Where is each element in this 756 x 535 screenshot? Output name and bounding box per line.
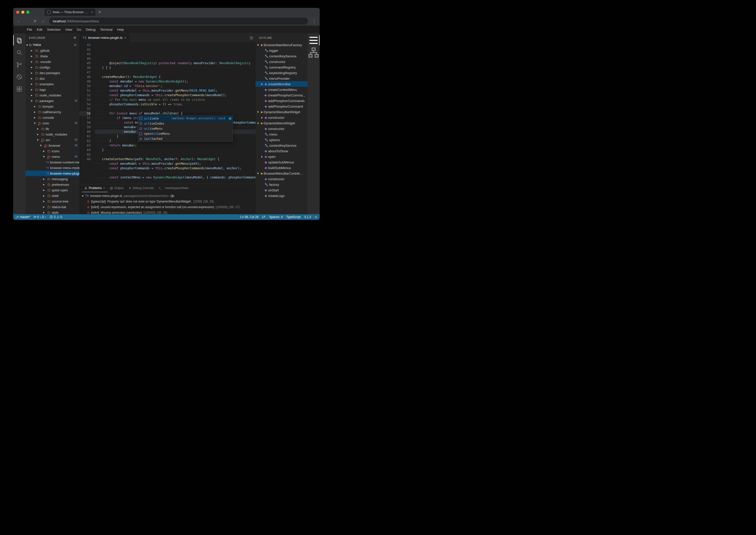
- workspace-root[interactable]: ▾ 🗀 THEIA M: [25, 42, 79, 48]
- status-version[interactable]: 3.1.3: [304, 215, 311, 219]
- suggestion-item[interactable]: openActiveMenu: [138, 131, 233, 136]
- collapse-icon[interactable]: ⧉: [74, 36, 76, 39]
- folder-item[interactable]: ▸🗀style: [25, 210, 79, 214]
- code-line[interactable]: ········const contextMenu = new DynamicM…: [94, 175, 256, 180]
- menu-terminal[interactable]: Terminal: [98, 28, 115, 32]
- folder-item[interactable]: ▾🗀srcM: [25, 137, 79, 143]
- folder-item[interactable]: ▾🗀menuM: [25, 154, 79, 159]
- folder-item[interactable]: ▸🗀logo: [25, 87, 79, 92]
- code-line[interactable]: ········const phosphorCommands = this.cr…: [94, 93, 256, 98]
- code-line[interactable]: ········for (const menu of menuModel.chi…: [94, 111, 256, 116]
- folder-item[interactable]: ▸🗀icons: [25, 148, 79, 154]
- status-branch[interactable]: ⎇ master*: [15, 215, 30, 219]
- folder-item[interactable]: ▸🗀callhierarchy: [25, 109, 79, 115]
- code-line[interactable]: ····}: [94, 148, 256, 152]
- code-line[interactable]: [94, 107, 256, 111]
- folder-item[interactable]: ▸🗀dev-packages: [25, 70, 79, 76]
- code-line[interactable]: ········const menuModel = this.menuProvi…: [94, 161, 256, 166]
- panel-tab-debug-console[interactable]: ⋔Debug Console: [126, 184, 156, 192]
- split-editor-icon[interactable]: ◫: [250, 36, 253, 40]
- browser-tab[interactable]: theia — Theia Browser Example ×: [45, 9, 95, 16]
- new-tab-button[interactable]: +: [98, 10, 101, 15]
- outline-item[interactable]: ◉ createLogo: [256, 193, 308, 198]
- outline-item[interactable]: ◉ addPhosphorCommand: [256, 103, 308, 109]
- minimize-window-button[interactable]: [21, 11, 24, 14]
- outline-item[interactable]: 🔧 logger: [256, 48, 308, 53]
- code-line[interactable]: ····createMenuBar(): MenuBarWidget {: [94, 74, 256, 79]
- folder-item[interactable]: ▸🗀configs: [25, 65, 79, 70]
- folder-item[interactable]: ▾🗀packagesM: [25, 98, 79, 103]
- browser-menu-button[interactable]: ⋮: [310, 19, 318, 24]
- folder-item[interactable]: ▸🗀.vscode: [25, 59, 79, 65]
- outline-item[interactable]: 🔧 commandRegistry: [256, 65, 308, 70]
- folder-item[interactable]: ▸🗀messaging: [25, 176, 79, 182]
- folder-item[interactable]: ▸🗀shell: [25, 193, 79, 198]
- outline-item[interactable]: ▸◉ constructor: [256, 115, 308, 120]
- panel-tab-output[interactable]: ▤Output: [108, 184, 126, 192]
- code-line[interactable]: ········const menuModel = this.menuProvi…: [94, 88, 256, 93]
- url-input[interactable]: localhost:3000/workspace/theia: [49, 17, 308, 25]
- nav-reload-button[interactable]: ⟳: [32, 17, 39, 25]
- outline-item[interactable]: 🔧 menu: [256, 131, 308, 137]
- menu-go[interactable]: Go: [75, 28, 83, 32]
- code-line[interactable]: ········const phosphorCommands = this.cr…: [94, 166, 256, 171]
- folder-item[interactable]: ▸🗀source-tree: [25, 198, 79, 204]
- git-icon[interactable]: [13, 60, 25, 70]
- outline-item[interactable]: ▾◆ DynamicMenuWidget: [256, 120, 308, 126]
- suggestion-item[interactable]: activeIndex: [138, 121, 233, 126]
- suggestion-item[interactable]: activeMenu: [138, 126, 233, 131]
- code-line[interactable]: [94, 171, 256, 175]
- explorer-icon[interactable]: [13, 35, 25, 45]
- nav-back-button[interactable]: ←: [15, 17, 22, 25]
- folder-item[interactable]: ▸🗀bunyan: [25, 103, 79, 109]
- outline-item[interactable]: ▸◉ open: [256, 154, 308, 159]
- code-line[interactable]: [94, 70, 256, 74]
- outline-item[interactable]: ◉ constructor: [256, 176, 308, 182]
- editor-body[interactable]: 4142434445464748495051525354555657585960…: [79, 42, 256, 184]
- editor-tab[interactable]: TS browser-menu-plugin.ts ×: [79, 33, 130, 42]
- hierarchy-icon[interactable]: [308, 47, 320, 58]
- outline-item[interactable]: ◉ updateSubMenus: [256, 159, 308, 165]
- folder-item[interactable]: ▸🗀quick-open: [25, 187, 79, 193]
- search-icon[interactable]: [13, 47, 25, 58]
- info-icon[interactable]: i: [229, 117, 231, 120]
- folder-item[interactable]: ▾🗀coreM: [25, 120, 79, 126]
- status-lang[interactable]: TypeScript: [286, 215, 301, 219]
- editor-tab-close-icon[interactable]: ×: [124, 36, 126, 40]
- folder-item[interactable]: ▸🗀doc: [25, 76, 79, 81]
- outline-item[interactable]: 🔧 contextKeyService: [256, 143, 308, 148]
- folder-item[interactable]: ▾🗀browserM: [25, 143, 79, 148]
- outline-item[interactable]: ▾◆ BrowserMenuBarContrib…: [256, 171, 308, 176]
- outline-item[interactable]: 🔧 menuProvider: [256, 76, 308, 81]
- close-icon[interactable]: ×: [103, 186, 105, 190]
- outline-item[interactable]: ▾◆ BrowserMainMenuFactory: [256, 42, 308, 48]
- menu-help[interactable]: Help: [115, 28, 126, 32]
- outline-item[interactable]: ◉ aboutToShow: [256, 148, 308, 154]
- code-line[interactable]: ········// for the main menu we want all…: [94, 98, 256, 102]
- file-item[interactable]: TSbrowser-menu-plugin.tsM: [25, 171, 79, 176]
- code-line[interactable]: ····createContextMenu(path: MenuPath, an…: [94, 157, 256, 161]
- outline-item[interactable]: 🔧 contextKeyService: [256, 53, 308, 59]
- outline-item[interactable]: ◉ createContextMenu: [256, 87, 308, 92]
- folder-item[interactable]: ▸🗀.github: [25, 48, 79, 53]
- outline-item[interactable]: ▾◆ DynamicMenuBarWidget: [256, 109, 308, 115]
- maximize-window-button[interactable]: [26, 11, 29, 14]
- folder-item[interactable]: ▸🗀lib: [25, 126, 79, 131]
- status-problems[interactable]: ⓧ 3 ⚠ 0: [50, 215, 62, 219]
- panel-tab-problems[interactable]: ⚠Problems×: [82, 184, 108, 192]
- status-indent[interactable]: Spaces: 4: [269, 215, 283, 219]
- file-item[interactable]: TSbrowser-menu-module.ts: [25, 165, 79, 171]
- folder-item[interactable]: ▸🗀node_modules: [25, 92, 79, 98]
- code-line[interactable]: ········@inject(MenuModelRegistry) prote…: [94, 61, 256, 66]
- status-eol[interactable]: LF: [262, 215, 266, 219]
- tab-close-icon[interactable]: ×: [91, 10, 93, 14]
- problem-file-row[interactable]: ▾ TS browser-menu-plugin.ts packages/cor…: [82, 193, 253, 199]
- menu-edit[interactable]: Edit: [35, 28, 45, 32]
- outline-item[interactable]: ◉ onStart: [256, 187, 308, 193]
- code-content[interactable]: 💡 activate(method) Widget.activate(): vo…: [94, 42, 256, 184]
- problem-item[interactable]: ⊘[tslint] unused expression, expected an…: [82, 204, 253, 210]
- status-sync[interactable]: ⟳ 0 ↓ 0 ↑: [34, 215, 46, 219]
- suggestion-item[interactable]: isAttached: [138, 136, 233, 141]
- problem-item[interactable]: ⊘[tslint] Missing semicolon (semicolon) …: [82, 210, 253, 214]
- code-line[interactable]: ····) { }: [94, 66, 256, 70]
